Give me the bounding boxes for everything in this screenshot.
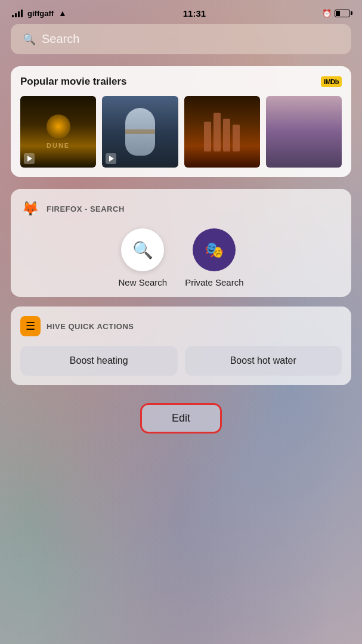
movie-poster-dune[interactable]: DUNE: [20, 96, 96, 168]
new-search-label: New Search: [118, 277, 167, 287]
search-placeholder: Search: [42, 32, 79, 46]
imdb-logo: IMDb: [321, 76, 342, 87]
new-search-circle: 🔍: [121, 228, 164, 271]
play-triangle: [27, 156, 32, 162]
status-bar: giffgaff ▲ 11:31 ⏰: [0, 0, 362, 24]
hive-header: ☰ HIVE QUICK ACTIONS: [20, 316, 342, 336]
private-search-label: Private Search: [185, 277, 243, 287]
alarm-icon: ⏰: [322, 9, 332, 18]
mask-icon: 🎭: [205, 241, 224, 259]
movie-posters: DUNE: [20, 96, 342, 168]
imdb-title: Popular movie trailers: [20, 76, 127, 88]
hive-icon: ☰: [20, 316, 41, 336]
firefox-header: 🦊 FIREFOX - SEARCH: [20, 199, 342, 219]
firefox-actions: 🔍 New Search 🎭 Private Search: [20, 228, 342, 287]
figure3: [223, 119, 230, 151]
search-icon: 🔍: [23, 33, 36, 46]
movie-poster-crime[interactable]: [184, 96, 260, 168]
firefox-widget: 🦊 FIREFOX - SEARCH 🔍 New Search 🎭 Privat…: [11, 189, 351, 297]
hive-actions: Boost heating Boost hot water: [20, 346, 342, 376]
firefox-widget-name: FIREFOX - SEARCH: [47, 205, 125, 213]
status-left: giffgaff ▲: [12, 8, 67, 18]
edit-button[interactable]: Edit: [140, 403, 222, 434]
play-icon-lie: [106, 153, 116, 164]
search-bar[interactable]: 🔍 Search: [11, 24, 351, 54]
dune-text: DUNE: [47, 142, 70, 149]
imdb-header: Popular movie trailers IMDb: [20, 76, 342, 88]
boost-hot-water-button[interactable]: Boost hot water: [185, 346, 342, 376]
battery-icon: [335, 10, 350, 17]
carrier-name: giffgaff: [27, 9, 54, 18]
new-search-action[interactable]: 🔍 New Search: [118, 228, 167, 287]
face-silhouette: [125, 108, 155, 156]
play-icon: [24, 153, 35, 164]
figures: [204, 113, 240, 151]
play-triangle-lie: [109, 156, 114, 162]
firefox-icon: 🦊: [20, 199, 41, 219]
figure2: [214, 113, 221, 151]
hive-widget-name: HIVE QUICK ACTIONS: [47, 322, 134, 331]
movie-poster-romance[interactable]: [266, 96, 342, 168]
tape: [125, 129, 155, 134]
status-right: ⏰: [322, 9, 350, 18]
wifi-icon: ▲: [58, 8, 67, 18]
main-content: 🔍 Search Popular movie trailers IMDb DUN…: [0, 24, 362, 439]
clock: 11:31: [183, 8, 206, 18]
new-search-icon: 🔍: [132, 240, 153, 260]
edit-button-container: Edit: [11, 397, 351, 439]
hive-icon-symbol: ☰: [26, 320, 35, 333]
boost-heating-button[interactable]: Boost heating: [20, 346, 178, 376]
dune-circle: [47, 114, 70, 138]
private-search-action[interactable]: 🎭 Private Search: [185, 228, 243, 287]
imdb-widget: Popular movie trailers IMDb DUNE: [11, 66, 351, 177]
figure4: [233, 125, 240, 151]
private-search-circle: 🎭: [193, 228, 236, 271]
signal-icon: [12, 9, 23, 17]
firefox-flame-icon: 🦊: [21, 200, 39, 217]
movie-poster-lie[interactable]: [102, 96, 178, 168]
figure1: [204, 122, 211, 151]
hive-widget: ☰ HIVE QUICK ACTIONS Boost heating Boost…: [11, 306, 351, 385]
